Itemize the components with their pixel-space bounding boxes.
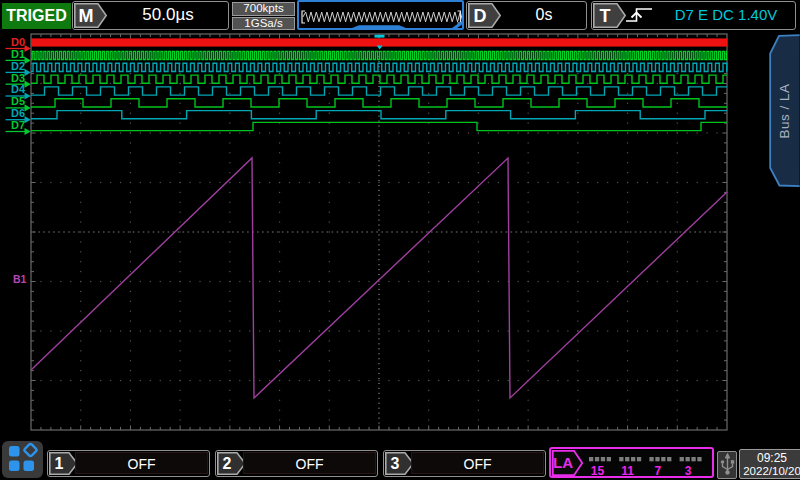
- svg-text:7: 7: [655, 464, 662, 477]
- svg-text:LA: LA: [553, 454, 573, 471]
- svg-text:D5: D5: [11, 95, 25, 107]
- svg-text:B1: B1: [13, 273, 27, 285]
- svg-text:15: 15: [591, 464, 605, 477]
- svg-text:D7: D7: [11, 119, 25, 131]
- svg-text:3: 3: [390, 455, 399, 472]
- svg-text:2: 2: [222, 455, 231, 472]
- svg-text:D4: D4: [11, 83, 26, 95]
- svg-text:11: 11: [621, 464, 634, 477]
- svg-text:D6: D6: [11, 107, 25, 119]
- svg-text:Bus / LA: Bus / LA: [777, 83, 792, 138]
- svg-text:3: 3: [685, 464, 692, 477]
- svg-text:D3: D3: [11, 72, 25, 84]
- svg-text:D1: D1: [11, 48, 25, 60]
- svg-text:1: 1: [54, 455, 63, 472]
- svg-text:D0: D0: [11, 36, 25, 48]
- svg-text:D2: D2: [11, 60, 25, 72]
